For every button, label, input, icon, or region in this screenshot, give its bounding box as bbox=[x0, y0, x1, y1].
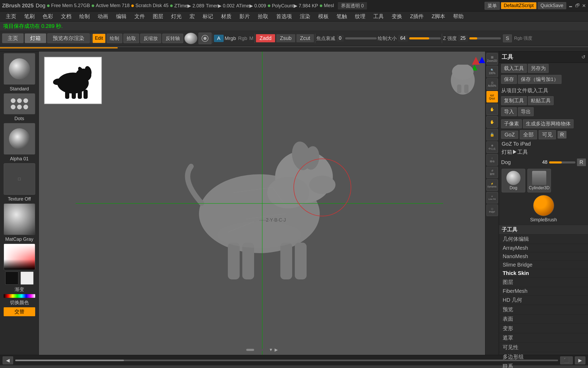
nano-mesh-item[interactable]: NanoMesh bbox=[499, 252, 588, 261]
goz-ipad-row[interactable]: GoZ To iPad bbox=[499, 140, 588, 148]
menu-pick[interactable]: 拾取 bbox=[254, 12, 272, 21]
goz-btn[interactable]: GoZ bbox=[501, 131, 518, 139]
menu-edit[interactable]: 编辑 bbox=[112, 12, 130, 21]
menu-zplugin[interactable]: Z插件 bbox=[406, 12, 427, 21]
scroll-center-btn[interactable]: ⬛ bbox=[560, 356, 573, 364]
caidan-button[interactable]: 菜单 bbox=[485, 2, 500, 10]
swatch-black[interactable] bbox=[5, 272, 18, 285]
layers-item[interactable]: 图层 bbox=[499, 278, 588, 287]
draw-mode-btn[interactable]: 绘制 bbox=[107, 34, 122, 43]
thick-skin-item[interactable]: Thick Skin bbox=[499, 269, 588, 278]
scroll-arrows[interactable]: ▼ bbox=[269, 347, 273, 352]
rotate-btn[interactable]: ↺ 旋转 bbox=[486, 167, 498, 178]
drawsize-track[interactable] bbox=[409, 37, 441, 39]
menu-help[interactable]: 帮助 bbox=[449, 12, 467, 21]
rp-refresh-icon[interactable]: ↺ bbox=[581, 54, 585, 60]
all-btn[interactable]: 全部 bbox=[520, 130, 537, 139]
linefill-btn[interactable]: ≡ Line Fill bbox=[486, 192, 498, 203]
s-button[interactable]: S bbox=[503, 34, 512, 42]
visible-btn[interactable]: 可见 bbox=[539, 130, 556, 139]
dog-thumb-tool[interactable]: Dog bbox=[502, 169, 525, 192]
deform-item[interactable]: 变形 bbox=[499, 324, 588, 333]
dog-r-btn[interactable]: R bbox=[577, 159, 586, 166]
focal-val[interactable]: 0 bbox=[337, 35, 344, 42]
flip-btn[interactable]: 反转轴 bbox=[162, 34, 183, 43]
menu-draw[interactable]: 绘制 bbox=[76, 12, 93, 21]
brush-preview[interactable] bbox=[4, 53, 35, 85]
subtool-header[interactable]: 子工具 bbox=[499, 225, 588, 234]
menu-material[interactable]: 材质 bbox=[217, 12, 235, 21]
rgb-label[interactable]: Rgb bbox=[238, 35, 247, 41]
quicksave-button[interactable]: QuickSave bbox=[538, 2, 566, 9]
edit-mode-btn[interactable]: Edit bbox=[92, 34, 106, 43]
surface-item[interactable]: 表面 bbox=[499, 314, 588, 324]
gradient-bar[interactable] bbox=[4, 294, 35, 298]
copy-btn[interactable]: 复制工具 bbox=[501, 96, 527, 105]
menu-prefs[interactable]: 首选项 bbox=[272, 12, 296, 21]
scale-btn[interactable]: 反缩放 bbox=[140, 34, 161, 43]
polyf-btn[interactable]: ⬡ PolyF bbox=[486, 205, 498, 216]
mrgb-label[interactable]: Mrgb bbox=[225, 35, 236, 41]
menu-mark[interactable]: 标记 bbox=[199, 12, 217, 21]
exchange-btn[interactable]: 交替 bbox=[4, 307, 35, 316]
nav-preview[interactable]: 预览布尔渲染 bbox=[47, 33, 90, 43]
pick-btn[interactable]: 拾取 bbox=[123, 34, 139, 43]
menu-stroke[interactable]: 笔触 bbox=[333, 12, 351, 21]
dog-slider-track[interactable] bbox=[549, 161, 575, 163]
alpha-preview[interactable] bbox=[4, 123, 35, 155]
zoom2d-btn[interactable]: ⊞ Zoom2D bbox=[486, 53, 498, 65]
bottom-scroll-bar[interactable] bbox=[15, 360, 558, 361]
head-widget[interactable] bbox=[448, 57, 482, 99]
nav-home[interactable]: 主页 bbox=[2, 33, 24, 43]
close-icon[interactable]: ✕ bbox=[582, 3, 586, 9]
dynamic-btn[interactable]: ⚡ Dynamic bbox=[486, 179, 498, 191]
nav-lightbox[interactable]: 灯箱 bbox=[25, 33, 46, 43]
r-btn[interactable]: R bbox=[558, 131, 566, 139]
ui-transparent[interactable]: 界面透明 0 bbox=[338, 2, 367, 9]
swatch-white[interactable] bbox=[20, 272, 34, 285]
zsub-button[interactable]: Zsub bbox=[276, 34, 295, 42]
paste-tool-btn[interactable]: 粘贴工具 bbox=[528, 96, 554, 105]
menu-doc[interactable]: 文档 bbox=[57, 12, 75, 21]
visibility-item[interactable]: 可见性 bbox=[499, 343, 588, 352]
geometry-edit-item[interactable]: 几何体编辑 bbox=[499, 234, 588, 244]
menu-texture[interactable]: 纹理 bbox=[351, 12, 369, 21]
import-btn[interactable]: 导入 bbox=[501, 107, 517, 116]
menu-brush[interactable]: 笔刷 bbox=[20, 12, 38, 21]
menu-transform[interactable]: 变换 bbox=[388, 12, 406, 21]
make-poly-btn[interactable]: 生成多边形网格物体 bbox=[523, 119, 574, 128]
scroll-right-btn[interactable]: ▶ bbox=[575, 356, 585, 364]
drawsize-val[interactable]: 64 bbox=[398, 35, 408, 42]
stroke-icon[interactable] bbox=[198, 33, 212, 44]
sub-tool-btn[interactable]: 子像素 bbox=[501, 119, 522, 128]
sphere-icon[interactable] bbox=[184, 33, 197, 44]
center-btn[interactable]: ⊕ 中心点 bbox=[486, 141, 498, 153]
save-num-btn[interactable]: 保存（编号加1） bbox=[518, 75, 561, 84]
simple-brush-row[interactable]: SimpleBrush bbox=[499, 194, 588, 224]
minimize-icon[interactable]: 🗕 bbox=[568, 3, 573, 8]
menu-color[interactable]: 色彩 bbox=[39, 12, 57, 21]
menu-layer[interactable]: 图层 bbox=[149, 12, 167, 21]
export-btn[interactable]: 导出 bbox=[518, 107, 534, 116]
save-btn[interactable]: 保存 bbox=[501, 75, 517, 84]
menu-zscript[interactable]: Z脚本 bbox=[428, 12, 449, 21]
array-mesh-item[interactable]: ArrayMesh bbox=[499, 244, 588, 252]
menu-render[interactable]: 渲染 bbox=[296, 12, 314, 21]
dots-preview[interactable] bbox=[4, 93, 35, 114]
matcap-preview[interactable] bbox=[4, 203, 35, 235]
color-picker[interactable] bbox=[4, 244, 35, 270]
zadd-button[interactable]: Zadd bbox=[256, 34, 275, 42]
menu-animation[interactable]: 动画 bbox=[94, 12, 112, 21]
scroll-left-btn[interactable]: ◀ bbox=[3, 356, 13, 364]
canvas-area[interactable]: ·····2·Y·B·C·J bbox=[39, 52, 485, 355]
focal-slider-track[interactable] bbox=[345, 37, 377, 39]
handprint-icon-btn[interactable]: ✋ bbox=[486, 104, 498, 115]
scroll-bar[interactable] bbox=[246, 349, 267, 351]
script-label[interactable]: DefaultZScript bbox=[501, 2, 537, 9]
a-toggle[interactable]: A bbox=[214, 35, 224, 42]
hd-geo-item[interactable]: HD 几何 bbox=[499, 295, 588, 305]
zoom100-btn[interactable]: 🔍 100% bbox=[486, 66, 498, 77]
menu-light[interactable]: 灯光 bbox=[167, 12, 185, 21]
slime-bridge-item[interactable]: Slime Bridge bbox=[499, 261, 588, 269]
hand2-icon-btn[interactable]: ✋ bbox=[486, 116, 498, 128]
